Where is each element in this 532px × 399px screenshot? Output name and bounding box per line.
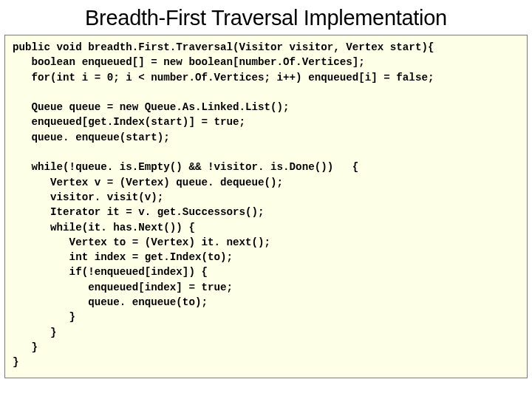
- slide: Breadth-First Traversal Implementation p…: [0, 0, 532, 399]
- slide-title: Breadth-First Traversal Implementation: [0, 6, 532, 30]
- code-block: public void breadth.First.Traversal(Visi…: [4, 35, 528, 378]
